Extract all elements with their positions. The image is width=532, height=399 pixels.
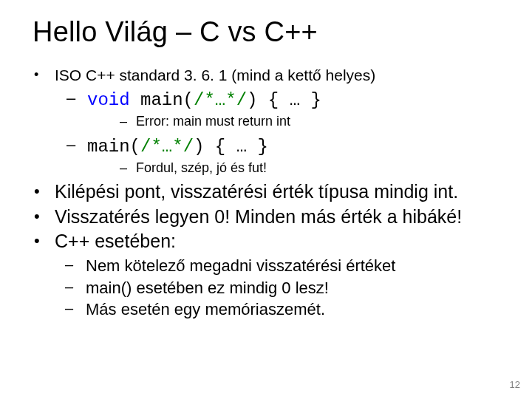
comment: /*…*/ <box>140 137 194 157</box>
code-tail: ) { … } <box>247 90 321 110</box>
note-list: Fordul, szép, jó és fut! <box>87 160 499 177</box>
ok-note: Fordul, szép, jó és fut! <box>87 160 499 177</box>
bullet-return-zero: Visszatérés legyen 0! Minden más érték a… <box>33 205 499 228</box>
sub-no-required-return: Nem kötelező megadni visszatérési értéke… <box>55 256 499 276</box>
code-line: void main(/*…*/) { … } <box>87 90 321 110</box>
slide-title: Hello Világ – C vs C++ <box>33 16 499 48</box>
note-list: Error: main must return int <box>87 113 499 130</box>
error-note: Error: main must return int <box>87 113 499 130</box>
sub-main-zero: main() esetében ez mindig 0 lesz! <box>55 278 499 299</box>
bullet-cpp-case: C++ esetében: Nem kötelező megadni vissz… <box>33 230 499 320</box>
keyword-void: void <box>87 90 130 110</box>
code-tail: ) { … } <box>194 137 268 157</box>
code-void-main: void main(/*…*/) { … } Error: main must … <box>55 88 499 130</box>
bullet-exit-int: Kilépési pont, visszatérési érték típusa… <box>33 180 499 203</box>
bullet-text: C++ esetében: <box>55 231 176 251</box>
bullet-text: ISO C++ standard 3. 6. 1 (mind a kettő h… <box>55 66 375 83</box>
slide: Hello Világ – C vs C++ ISO C++ standard … <box>0 0 532 399</box>
bullet-iso-standard: ISO C++ standard 3. 6. 1 (mind a kettő h… <box>33 66 499 176</box>
page-number: 12 <box>510 379 520 390</box>
slide-body: ISO C++ standard 3. 6. 1 (mind a kettő h… <box>33 66 499 320</box>
code-list: void main(/*…*/) { … } Error: main must … <box>55 88 499 176</box>
code-main: main(/*…*/) { … } Fordul, szép, jó és fu… <box>55 134 499 177</box>
comment: /*…*/ <box>194 90 247 110</box>
code-line: main(/*…*/) { … } <box>87 137 268 157</box>
code-head: main( <box>87 137 140 157</box>
code-main: main( <box>130 90 194 110</box>
sub-list: Nem kötelező megadni visszatérési értéke… <box>55 256 499 320</box>
sub-else-garbage: Más esetén egy memóriaszemét. <box>55 299 499 320</box>
